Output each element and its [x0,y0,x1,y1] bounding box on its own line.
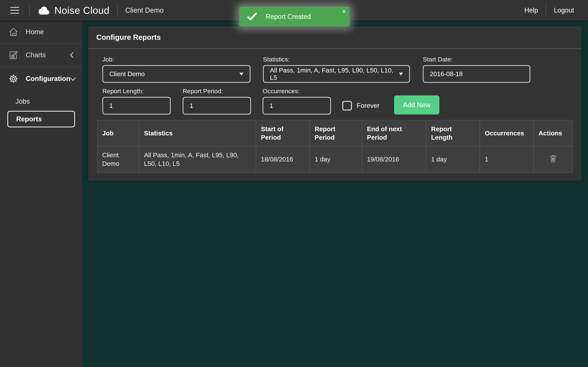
toast-message: Report Created [266,13,311,21]
cloud-icon [37,6,50,15]
statistics-select-value: All Pass, 1min, A, Fast, L95, L90, L50, … [270,67,399,81]
sidebar-item-reports[interactable]: Reports [7,111,75,127]
forever-checkbox-group[interactable]: Forever [342,97,380,115]
cell-end-of-next-period: 19/08/2016 [362,146,426,172]
current-job-context: Client Demo [125,6,164,14]
col-header-end-of-next-period: End of next Period [362,120,426,146]
sidebar-item-charts[interactable]: Charts [0,44,82,67]
table-header-row: Job Statistics Start of Period Report Pe… [97,120,572,146]
sidebar-item-configuration[interactable]: Configuration [0,67,82,91]
cell-report-length: 1 day [426,146,480,172]
start-date-label: Start Date: [423,56,530,63]
brand-name: Noise Cloud [54,5,110,16]
occurrences-input[interactable] [263,97,331,115]
gear-icon [8,73,19,84]
sidebar-item-label: Home [26,28,44,36]
forever-checkbox[interactable] [342,101,352,110]
navbar-divider [29,4,30,17]
page-title: Configure Reports [88,26,582,49]
sidebar-item-label: Configuration [26,75,70,83]
hamburger-menu-icon[interactable] [10,5,19,16]
home-icon [8,27,19,37]
col-header-occurrences: Occurrences [480,120,533,146]
statistics-label: Statistics: [263,56,410,63]
logout-link[interactable]: Logout [546,6,582,14]
sidebar-item-label: Charts [26,51,46,59]
report-length-input[interactable] [102,97,171,115]
trash-icon [548,153,558,164]
job-select[interactable]: Client Demo [102,65,251,83]
add-new-button[interactable]: Add New [394,95,439,115]
col-header-report-period: Report Period [310,120,362,146]
navbar-divider [117,4,118,17]
reports-table: Job Statistics Start of Period Report Pe… [97,120,573,173]
col-header-actions: Actions [534,120,572,146]
cell-job: Client Demo [97,146,139,172]
cell-occurrences: 1 [480,146,533,172]
close-icon[interactable]: × [342,8,346,16]
chevron-down-icon [70,75,76,81]
toast-notification: Report Created × [239,7,350,26]
cell-report-period: 1 day [310,146,362,172]
charts-icon [8,50,19,60]
report-form-row-1: Job: Client Demo Statistics: All Pass, 1… [97,56,573,83]
col-header-start-of-period: Start of Period [256,120,310,146]
cell-statistics: All Pass, 1min, A, Fast, L95, L90, L50, … [139,146,256,172]
dropdown-caret-icon [239,73,243,75]
job-label: Job: [102,56,251,63]
start-date-input[interactable] [423,65,530,83]
cell-actions [534,146,572,172]
dropdown-caret-icon [399,73,403,75]
sidebar-item-label: Jobs [16,98,30,105]
help-link[interactable]: Help [517,6,546,14]
report-length-label: Report Length: [102,88,171,95]
sidebar-item-home[interactable]: Home [0,21,82,44]
report-period-label: Report Period: [183,88,251,95]
col-header-job: Job [97,120,139,146]
forever-label: Forever [357,102,380,109]
job-select-value: Client Demo [109,70,145,78]
configure-reports-panel: Configure Reports Job: Client Demo Stati… [88,26,582,181]
occurrences-label: Occurrences: [263,88,331,95]
check-icon [247,10,257,21]
sidebar: Home Charts Configuration Jobs Reports [0,21,82,367]
sidebar-item-label: Reports [16,115,42,123]
report-form-row-2: Report Length: Report Period: Occurrence… [97,88,573,115]
delete-report-button[interactable] [548,153,558,164]
chevron-left-icon [70,52,76,58]
cell-start-of-period: 18/08/2016 [256,146,310,172]
table-row: Client Demo All Pass, 1min, A, Fast, L95… [97,146,572,172]
app-logo: Noise Cloud [37,5,110,16]
statistics-select[interactable]: All Pass, 1min, A, Fast, L95, L90, L50, … [263,65,410,83]
col-header-statistics: Statistics [139,120,256,146]
sidebar-item-jobs[interactable]: Jobs [0,93,82,110]
report-period-input[interactable] [183,97,251,115]
col-header-report-length: Report Length [426,120,480,146]
